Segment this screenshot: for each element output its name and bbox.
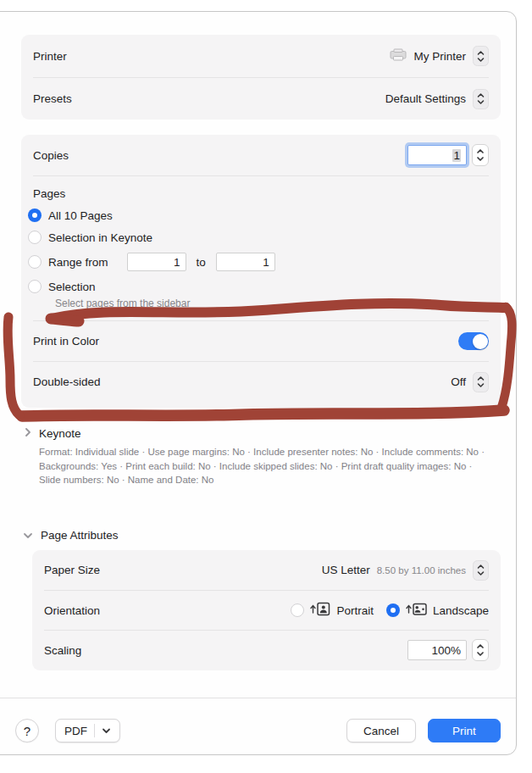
copies-pages-card: Copies 1 Pages All 10 Pages: [21, 135, 501, 408]
footer-divider: [0, 698, 516, 698]
portrait-icon: [310, 602, 330, 620]
cancel-button[interactable]: Cancel: [346, 719, 416, 742]
printer-row: Printer My Printer: [21, 35, 501, 77]
copies-value: 1: [452, 149, 461, 162]
range-to-input[interactable]: [216, 253, 275, 271]
scaling-row: Scaling: [32, 631, 501, 670]
help-button-label: ?: [24, 724, 30, 738]
printer-label: Printer: [33, 50, 67, 63]
paper-size-select[interactable]: US Letter 8.50 by 11.00 inches: [322, 560, 489, 581]
print-dialog: Printer My Printer Preset: [0, 11, 517, 755]
paper-size-label: Paper Size: [44, 564, 100, 576]
presets-row: Presets Default Settings: [21, 78, 501, 120]
radio-range[interactable]: Range from to: [28, 253, 489, 271]
portrait-radio[interactable]: [291, 603, 304, 617]
radio-icon[interactable]: [28, 231, 42, 244]
print-dialog-page: { "dialog": { "printer_section": { "prin…: [0, 0, 532, 773]
portrait-label: Portrait: [336, 604, 374, 617]
pages-label: Pages: [33, 187, 489, 200]
help-button[interactable]: ?: [15, 719, 39, 742]
chevron-down-icon[interactable]: [23, 530, 33, 542]
page-attributes-section-title: Page Attributes: [41, 529, 119, 542]
print-button[interactable]: Print: [428, 719, 501, 742]
paper-size-row: Paper Size US Letter 8.50 by 11.00 inche…: [32, 550, 501, 590]
radio-range-label: Range from: [48, 256, 108, 269]
presets-select[interactable]: Default Settings: [385, 89, 489, 109]
double-sided-row: Double-sided Off: [21, 362, 501, 402]
selection-hint: Select pages from the sidebar: [55, 298, 489, 309]
radio-selection-in-keynote-label: Selection in Keynote: [48, 231, 152, 244]
radio-icon[interactable]: [28, 209, 42, 222]
radio-icon[interactable]: [28, 255, 42, 269]
printer-presets-card: Printer My Printer Preset: [21, 35, 501, 120]
radio-selection-in-keynote[interactable]: Selection in Keynote: [28, 231, 489, 244]
chevron-right-icon[interactable]: [25, 427, 31, 440]
print-in-color-row: Print in Color: [21, 321, 501, 361]
toggle-knob: [473, 334, 488, 349]
double-sided-stepper-icon[interactable]: [473, 372, 489, 392]
landscape-radio[interactable]: [386, 603, 400, 617]
print-in-color-label: Print in Color: [33, 335, 99, 348]
keynote-section-title: Keynote: [39, 427, 81, 440]
copies-stepper[interactable]: [472, 144, 489, 166]
scaling-label: Scaling: [44, 644, 81, 657]
keynote-summary: Format: Individual slide · Use page marg…: [39, 445, 486, 487]
radio-all-pages[interactable]: All 10 Pages: [28, 209, 489, 222]
paper-size-detail: 8.50 by 11.00 inches: [377, 565, 466, 576]
radio-icon[interactable]: [28, 280, 42, 293]
double-sided-value: Off: [451, 375, 466, 388]
page-attributes-section-header[interactable]: Page Attributes: [23, 529, 119, 542]
landscape-icon: [406, 602, 427, 620]
scaling-input[interactable]: [407, 640, 467, 660]
paper-size-value: US Letter: [322, 564, 370, 576]
radio-all-pages-label: All 10 Pages: [48, 209, 113, 222]
range-to-label: to: [197, 256, 206, 269]
presets-value: Default Settings: [385, 92, 466, 105]
keynote-section-header[interactable]: Keynote: [25, 427, 81, 440]
orientation-row: Orientation Portrait: [32, 591, 501, 630]
printer-value: My Printer: [413, 50, 466, 63]
chevron-down-icon[interactable]: [102, 727, 111, 734]
cancel-button-label: Cancel: [363, 725, 399, 737]
pdf-button-separator: [94, 724, 95, 737]
double-sided-label: Double-sided: [33, 375, 101, 388]
scaling-stepper[interactable]: [472, 639, 489, 661]
print-button-label: Print: [452, 725, 476, 737]
pdf-menu-button[interactable]: PDF: [55, 719, 120, 742]
copies-input[interactable]: 1: [407, 145, 467, 165]
presets-stepper-icon[interactable]: [473, 89, 489, 109]
range-from-input[interactable]: [127, 253, 186, 271]
presets-label: Presets: [33, 92, 72, 105]
double-sided-select[interactable]: Off: [451, 372, 489, 392]
printer-stepper-icon[interactable]: [473, 46, 489, 66]
printer-icon: [390, 48, 407, 64]
paper-size-stepper-icon[interactable]: [473, 560, 489, 581]
radio-selection-label: Selection: [48, 281, 96, 293]
copies-label: Copies: [33, 149, 69, 162]
radio-selection[interactable]: Selection: [28, 280, 489, 293]
copies-row: Copies 1: [21, 135, 501, 175]
print-in-color-toggle[interactable]: [458, 332, 489, 350]
orientation-label: Orientation: [44, 604, 100, 617]
page-attributes-card: Paper Size US Letter 8.50 by 11.00 inche…: [32, 550, 501, 670]
pdf-button-label: PDF: [64, 725, 87, 737]
landscape-label: Landscape: [433, 604, 489, 617]
printer-select[interactable]: My Printer: [390, 46, 489, 66]
